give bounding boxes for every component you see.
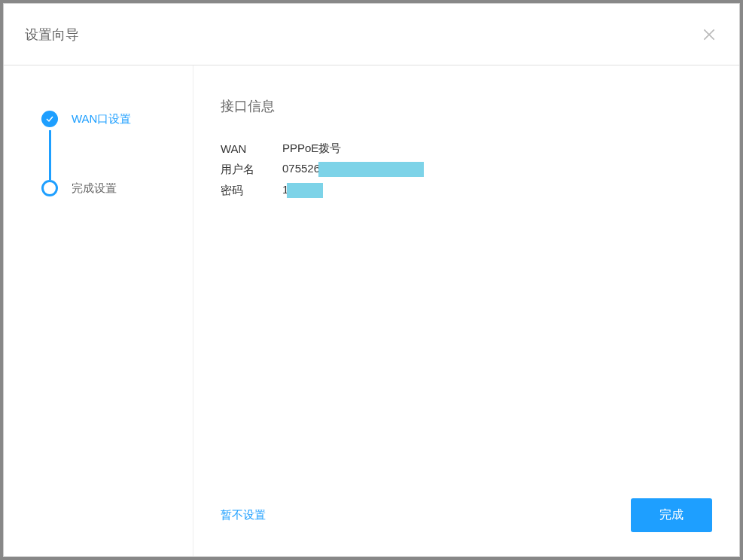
redacted-block [287,183,323,198]
skip-link[interactable]: 暂不设置 [221,508,266,522]
redacted-block [318,162,424,177]
step-icon-completed [41,111,58,127]
content-title: 接口信息 [221,97,712,115]
info-label: WAN [221,142,282,155]
setup-wizard-dialog: 设置向导 WAN口设置 完成设置 接口信息 WAN PPPoE [3,3,740,557]
dialog-header: 设置向导 [4,4,739,65]
content-panel: 接口信息 WAN PPPoE拨号 用户名 075526 密码 1 暂不设置 完成 [193,65,739,556]
info-row-wan: WAN PPPoE拨号 [221,139,712,157]
info-value-text: 075526 [282,162,320,175]
info-value: 075526 [282,162,424,177]
wizard-sidebar: WAN口设置 完成设置 [4,65,193,556]
step-wan-settings[interactable]: WAN口设置 [41,111,193,127]
info-row-username: 用户名 075526 [221,160,712,178]
step-icon-current [41,180,58,196]
interface-info-table: WAN PPPoE拨号 用户名 075526 密码 1 [221,139,712,202]
step-connector-line [49,130,51,180]
close-button[interactable] [700,26,718,44]
step-label: 完成设置 [72,181,117,196]
info-value: PPPoE拨号 [282,142,341,156]
finish-button[interactable]: 完成 [631,498,712,532]
check-icon [45,114,54,123]
step-label: WAN口设置 [72,112,131,126]
close-icon [702,27,717,42]
step-finish-settings[interactable]: 完成设置 [41,180,193,196]
info-row-password: 密码 1 [221,181,712,199]
info-label: 密码 [221,184,282,198]
info-label: 用户名 [221,163,282,177]
info-value: 1 [282,183,323,198]
dialog-title: 设置向导 [25,26,79,44]
dialog-body: WAN口设置 完成设置 接口信息 WAN PPPoE拨号 用户名 075526 … [4,65,739,556]
content-footer: 暂不设置 完成 [221,498,712,538]
